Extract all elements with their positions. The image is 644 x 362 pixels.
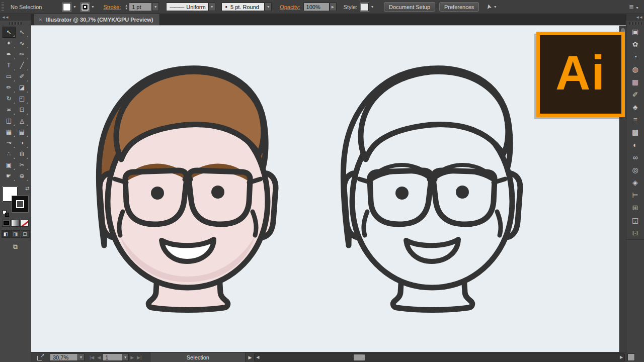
zoom-dropdown-icon[interactable]: ▼	[78, 353, 85, 361]
magic-wand-tool[interactable]: ✦	[3, 38, 16, 49]
next-artboard-icon[interactable]: ▶	[130, 355, 134, 360]
scroll-left-icon[interactable]: ◀	[255, 355, 261, 359]
curvature-tool[interactable]: ✑	[16, 49, 29, 60]
stroke-weight-field[interactable]: 1 pt	[129, 3, 152, 11]
style-swatch[interactable]	[361, 3, 369, 11]
paintbrush-tool[interactable]: ✐	[16, 71, 29, 82]
opacity-field[interactable]: 100%	[303, 3, 330, 11]
stroke-color-swatch[interactable]	[81, 3, 89, 11]
stroke-color-dropdown-icon[interactable]: ▼	[89, 3, 96, 11]
outline-eye-right[interactable]	[456, 186, 469, 199]
panel-grip[interactable]	[2, 3, 4, 12]
prev-artboard-icon[interactable]: ◀	[97, 355, 101, 360]
pathfinder-panel-icon[interactable]: ◱	[629, 215, 641, 225]
tools-collapse-icon[interactable]: ◄◄	[0, 14, 31, 21]
width-profile-select[interactable]: ——— Uniform	[166, 3, 208, 11]
fill-color-dropdown-icon[interactable]: ▼	[71, 3, 78, 11]
hand-tool[interactable]: ☛	[3, 170, 16, 182]
close-tab-icon[interactable]: ×	[39, 17, 42, 23]
draw-normal-icon[interactable]: ◧	[2, 230, 11, 238]
screen-mode-icon[interactable]: ⧉	[11, 243, 21, 251]
artboard-number-field[interactable]: 1	[102, 353, 122, 361]
dock-grip[interactable]	[629, 22, 642, 25]
horizontal-scroll-track[interactable]	[261, 354, 618, 361]
zoom-tool[interactable]: ⊕	[16, 170, 29, 182]
colored-eye-right[interactable]	[211, 186, 224, 199]
artboard-dropdown-icon[interactable]: ▼	[122, 353, 129, 361]
color-panel-icon[interactable]: ✿	[629, 39, 641, 49]
artboard-canvas[interactable]: Ai	[31, 25, 626, 352]
stroke-indicator[interactable]	[12, 196, 29, 213]
colored-eye-left[interactable]	[151, 187, 164, 200]
stroke-weight-stepper[interactable]: ▲▼	[125, 4, 128, 10]
width-tool[interactable]: ≍	[3, 104, 16, 115]
face-colored-artwork[interactable]	[92, 65, 283, 315]
mesh-tool[interactable]: ▦	[3, 126, 16, 137]
symbol-sprayer-tool[interactable]: ∴	[3, 148, 16, 159]
gradient-panel-icon[interactable]: ▤	[629, 127, 641, 137]
direct-selection-tool[interactable]: ↖	[16, 27, 29, 38]
none-button[interactable]	[20, 220, 29, 227]
dock-collapse-icon[interactable]: ◄◄	[626, 14, 644, 21]
brush-select[interactable]: ● 5 pt. Round	[221, 3, 265, 11]
scale-tool[interactable]: ◰	[16, 93, 29, 104]
rectangle-tool[interactable]: ▭	[3, 71, 16, 82]
pencil-tool[interactable]: ✏	[3, 82, 16, 93]
selection-tool[interactable]: ↖	[3, 27, 16, 38]
lasso-tool[interactable]: ∿	[16, 38, 29, 49]
horizontal-scrollbar-thumb[interactable]	[354, 354, 365, 360]
eyedropper-tool[interactable]: ⊸	[3, 137, 16, 148]
first-artboard-icon[interactable]: |◀	[90, 355, 94, 360]
swap-fill-stroke-icon[interactable]: ⇄	[25, 186, 29, 191]
last-artboard-icon[interactable]: ▶|	[137, 355, 141, 360]
artboard-tool[interactable]: ▣	[3, 159, 16, 170]
pen-tool[interactable]: ✒	[3, 49, 16, 60]
brushes-panel-icon[interactable]: ✐	[629, 89, 641, 99]
outline-eye-left[interactable]	[395, 187, 409, 200]
transparency-panel-icon[interactable]: ◐	[629, 140, 641, 149]
document-setup-button[interactable]: Document Setup	[384, 2, 435, 12]
zoom-level-field[interactable]: 30,7%	[50, 353, 78, 361]
draw-inside-icon[interactable]: ⊡	[21, 230, 30, 238]
document-tab[interactable]: × Illustrator @ 30,7% (CMYK/GPU Preview)	[34, 14, 160, 25]
color-guide-panel-icon[interactable]: ◔	[629, 52, 641, 61]
swatches-panel-icon[interactable]: ▦	[629, 77, 641, 86]
tools-grip[interactable]	[9, 22, 22, 25]
layers-panel-icon[interactable]: ◈	[629, 177, 641, 187]
links-panel-icon[interactable]: ⊡	[629, 228, 641, 237]
scroll-right-icon[interactable]: ▶	[618, 355, 624, 359]
align-panel-icon[interactable]: ⊨	[629, 190, 641, 200]
pattern-options-panel-icon[interactable]: ◍	[629, 64, 641, 74]
type-tool[interactable]: T	[3, 60, 16, 71]
rotate-tool[interactable]: ↻	[3, 93, 16, 104]
line-segment-tool[interactable]: ╱	[16, 60, 29, 71]
default-fill-stroke-icon[interactable]	[3, 210, 9, 217]
horizontal-scrollbar[interactable]: ◀ ▶	[254, 353, 625, 361]
appearance-panel-icon[interactable]: ◎	[629, 165, 641, 174]
color-button[interactable]	[2, 220, 11, 227]
eraser-tool[interactable]: ◪	[16, 82, 29, 93]
shape-builder-tool[interactable]: ◫	[3, 115, 16, 126]
stroke-panel-icon[interactable]: ≡	[629, 115, 641, 124]
style-dropdown-icon[interactable]: ▼	[369, 3, 376, 11]
opacity-dropdown-icon[interactable]: ▶	[330, 3, 337, 11]
panel-options-icon[interactable]: ≣ ▼	[629, 4, 639, 11]
transform-panel-icon[interactable]: ⊞	[629, 203, 641, 212]
opacity-panel-link[interactable]: Opacity:	[280, 4, 300, 10]
column-graph-tool[interactable]: ılı	[16, 148, 29, 159]
slice-tool[interactable]: ✂	[16, 159, 29, 170]
gradient-tool[interactable]: ▤	[16, 126, 29, 137]
symbols-panel-icon[interactable]: ♣	[629, 102, 641, 112]
fill-color-swatch[interactable]	[63, 3, 71, 11]
draw-behind-icon[interactable]: ◨	[11, 230, 20, 238]
face-outline-artwork[interactable]	[337, 65, 528, 315]
width-profile-dropdown-icon[interactable]: ▼	[208, 3, 215, 11]
export-icon[interactable]: ➚	[37, 354, 45, 360]
status-expand-icon[interactable]: ▶	[248, 355, 252, 360]
stroke-weight-dropdown-icon[interactable]: ▼	[152, 3, 159, 11]
perspective-grid-tool[interactable]: ◬	[16, 115, 29, 126]
preferences-button[interactable]: Preferences	[439, 2, 479, 12]
blend-tool[interactable]: ◑	[16, 137, 29, 148]
free-transform-tool[interactable]: ⊡	[16, 104, 29, 115]
artboards-panel-icon[interactable]: ▣	[629, 27, 641, 36]
